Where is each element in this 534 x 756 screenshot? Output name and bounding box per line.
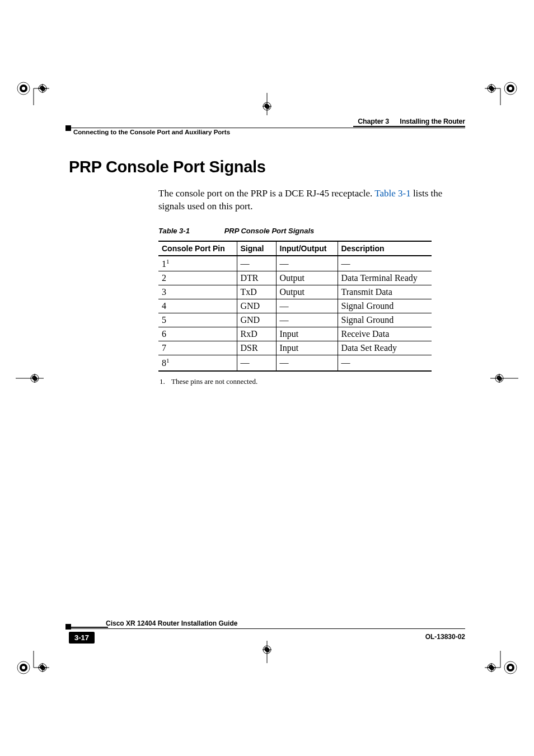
cell-desc: — [338, 256, 432, 271]
crop-mark-mid-left-icon [16, 373, 44, 384]
cell-pin: 6 [158, 327, 237, 341]
chapter-label: Chapter 3 [358, 118, 389, 125]
page-footer: Cisco XR 12404 Router Installation Guide… [69, 622, 465, 644]
svg-point-2 [22, 87, 25, 90]
cell-pin: 2 [158, 271, 237, 285]
breadcrumb: Connecting to the Console Port and Auxil… [73, 129, 230, 135]
chapter-title: Installing the Router [400, 118, 465, 125]
crop-mark-top-left-icon [16, 72, 49, 105]
cell-io: Input [276, 327, 338, 341]
table-row: 81——— [158, 355, 432, 371]
cell-desc: — [338, 355, 432, 371]
table-caption-title: PRP Console Port Signals [224, 227, 315, 235]
svg-point-10 [509, 87, 512, 90]
svg-point-26 [509, 666, 512, 669]
cell-signal: GND [237, 313, 276, 327]
cell-signal: — [237, 355, 276, 371]
col-header-io: Input/Output [276, 241, 338, 256]
footer-rule: Cisco XR 12404 Router Installation Guide [69, 622, 465, 630]
table-row: 7DSRInputData Set Ready [158, 341, 432, 355]
cell-io: Input [276, 341, 338, 355]
footnote-number: 1. [160, 377, 170, 386]
page: Chapter 3 Installing the Router Connecti… [0, 0, 534, 756]
content-area: PRP Console Port Signals The console por… [69, 158, 447, 386]
cell-io: — [276, 256, 338, 271]
body-block: The console port on the PRP is a DCE RJ-… [158, 187, 447, 386]
crop-mark-bottom-right-icon [485, 651, 518, 684]
section-heading: PRP Console Port Signals [69, 158, 447, 176]
cell-pin: 7 [158, 341, 237, 355]
page-header: Chapter 3 Installing the Router Connecti… [69, 118, 465, 137]
crop-mark-bottom-center-icon [261, 641, 273, 663]
col-header-pin: Console Port Pin [158, 241, 237, 256]
table-xref-link[interactable]: Table 3-1 [374, 188, 410, 199]
table-row: 11——— [158, 256, 432, 271]
cell-pin: 5 [158, 313, 237, 327]
cell-io: — [276, 355, 338, 371]
table-row: 6RxDInputReceive Data [158, 327, 432, 341]
table-caption-label: Table 3-1 [158, 227, 222, 235]
page-number-badge: 3-17 [69, 632, 95, 644]
cell-desc: Data Terminal Ready [338, 271, 432, 285]
cell-io: Output [276, 285, 338, 299]
crop-mark-bottom-left-icon [16, 651, 49, 684]
footnote-ref: 1 [166, 258, 170, 265]
cell-signal: DSR [237, 341, 276, 355]
cell-pin: 4 [158, 299, 237, 313]
cell-io: — [276, 313, 338, 327]
table-row: 4GND—Signal Ground [158, 299, 432, 313]
cell-pin: 3 [158, 285, 237, 299]
header-block-icon [65, 125, 71, 131]
crop-mark-top-right-icon [485, 72, 518, 105]
svg-point-18 [22, 666, 25, 669]
footnote-text: These pins are not connected. [171, 377, 257, 386]
cell-pin: 11 [158, 256, 237, 271]
col-header-desc: Description [338, 241, 432, 256]
signals-table: Console Port Pin Signal Input/Output Des… [158, 241, 432, 372]
table-footnote: 1. These pins are not connected. [160, 377, 447, 386]
header-chapter: Chapter 3 Installing the Router [69, 118, 465, 125]
section-body: The console port on the PRP is a DCE RJ-… [158, 187, 447, 213]
cell-desc: Data Set Ready [338, 341, 432, 355]
crop-mark-mid-right-icon [490, 373, 518, 384]
body-text-1: The console port on the PRP is a DCE RJ-… [158, 188, 374, 199]
cell-signal: RxD [237, 327, 276, 341]
table-caption: Table 3-1 PRP Console Port Signals [158, 227, 447, 235]
crop-mark-top-center-icon [261, 93, 273, 115]
footnote-ref: 1 [166, 357, 170, 364]
cell-desc: Signal Ground [338, 299, 432, 313]
table-row: 2DTROutputData Terminal Ready [158, 271, 432, 285]
col-header-signal: Signal [237, 241, 276, 256]
header-rule: Connecting to the Console Port and Auxil… [69, 128, 465, 137]
cell-desc: Signal Ground [338, 313, 432, 327]
table-header-row: Console Port Pin Signal Input/Output Des… [158, 241, 432, 256]
footer-doc-id: OL-13830-02 [425, 633, 465, 641]
cell-signal: TxD [237, 285, 276, 299]
cell-io: — [276, 299, 338, 313]
cell-signal: GND [237, 299, 276, 313]
cell-io: Output [276, 271, 338, 285]
cell-pin: 81 [158, 355, 237, 371]
cell-desc: Transmit Data [338, 285, 432, 299]
table-row: 5GND—Signal Ground [158, 313, 432, 327]
table-row: 3TxDOutputTransmit Data [158, 285, 432, 299]
cell-signal: DTR [237, 271, 276, 285]
cell-desc: Receive Data [338, 327, 432, 341]
cell-signal: — [237, 256, 276, 271]
footer-guide-title: Cisco XR 12404 Router Installation Guide [106, 619, 237, 627]
